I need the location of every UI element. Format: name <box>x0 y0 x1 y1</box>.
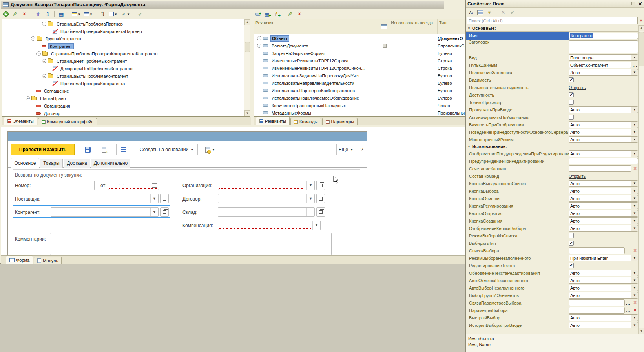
property-row[interactable]: КнопкаВыбораАвто▼ <box>466 187 638 195</box>
property-value-dropdown[interactable]: Авто▼ <box>569 277 638 284</box>
tree-item[interactable]: Организация <box>2 102 244 109</box>
filter-button[interactable]: ▼ <box>486 9 493 16</box>
property-value-dropdown[interactable]: Авто▼ <box>569 129 638 135</box>
property-row[interactable]: КнопкаСозданияАвто▼ <box>466 217 638 224</box>
property-row[interactable]: Доступность✔ <box>466 91 638 98</box>
scroll-down-icon[interactable]: ▼ <box>639 328 644 334</box>
column-header-attribute[interactable]: Реквизит <box>254 19 379 34</box>
property-row[interactable]: КнопкаОчисткиАвто▼ <box>466 195 638 202</box>
clear-value-icon[interactable]: ✕ <box>632 299 638 306</box>
collapse-icon[interactable]: − <box>31 36 35 41</box>
property-row[interactable]: ТолькоПросмотр <box>466 98 638 106</box>
tree-item[interactable]: −СтраницаЕстьПроблемаПартнер <box>2 20 244 27</box>
property-row[interactable]: Видимость✔ <box>466 76 638 84</box>
dropdown-button[interactable]: ▼ <box>306 194 314 203</box>
property-row[interactable]: ПараметрыВыбора...✕ <box>466 306 638 314</box>
clear-button[interactable]: ✕ <box>500 9 507 16</box>
property-row[interactable]: БыстрыйВыборАвто▼ <box>466 314 638 321</box>
tab-module[interactable]: Модуль <box>34 257 62 264</box>
data-path-button[interactable]: ▦ <box>58 11 65 18</box>
contract-open-button[interactable] <box>316 194 325 203</box>
property-row[interactable]: СочетаниеКлавиш✕ <box>466 165 638 172</box>
property-row[interactable]: МногострочныйРежимАвто▼ <box>466 136 638 143</box>
sort-alphabetical-button[interactable]: A↓ <box>467 9 474 16</box>
property-row[interactable]: Состав командОткрыть <box>466 172 638 180</box>
collapse-icon[interactable]: − <box>42 22 46 26</box>
counterparty-input[interactable]: ▼ <box>51 207 159 217</box>
form-tab-доставка[interactable]: Доставка <box>64 159 90 168</box>
structure-button[interactable] <box>116 144 131 155</box>
ellipsis-button[interactable]: ... <box>625 307 631 314</box>
attribute-row[interactable]: КоличествоТранспортныхНакладныхЧисло <box>254 102 465 109</box>
property-value-dropdown[interactable]: Поле ввода▼ <box>569 54 638 61</box>
contract-input[interactable]: ▼ <box>218 194 315 203</box>
property-value-dropdown[interactable]: Авто▼ <box>569 217 638 224</box>
property-value-dropdown[interactable]: Авто▼ <box>569 322 638 328</box>
properties-titlebar[interactable]: Свойства: Поле ✕ <box>466 0 644 8</box>
add-tabular-section-button[interactable]: ▦ <box>263 11 270 18</box>
organization-input[interactable]: ▼ <box>218 181 315 190</box>
dropdown-button[interactable]: ▼ <box>312 221 320 230</box>
property-checkbox[interactable]: ✔ <box>569 77 574 82</box>
tree-item[interactable]: ДекорацияНетПроблемыКонтрагент <box>2 65 244 72</box>
dropdown-button[interactable]: ▼ <box>150 194 158 203</box>
clear-value-icon[interactable]: ✕ <box>632 307 638 314</box>
property-row[interactable]: ИмяКонтрагент <box>466 32 638 40</box>
organization-open-button[interactable] <box>316 181 325 190</box>
tree-item[interactable]: ПроблемаПроверкаКонтрагента <box>2 80 244 87</box>
calendar-button[interactable] <box>150 181 159 190</box>
property-value-dropdown[interactable]: Авто▼ <box>569 292 638 299</box>
clear-value-icon[interactable]: ✕ <box>632 165 638 172</box>
tab-commands[interactable]: Команды <box>290 118 321 125</box>
property-row[interactable]: ВидПоле ввода▼ <box>466 54 638 61</box>
form-tab-основное[interactable]: Основное <box>11 158 39 168</box>
property-row[interactable]: ПутьКДаннымОбъект.Контрагент... <box>466 61 638 69</box>
property-row[interactable]: Заголовок <box>466 40 638 54</box>
property-value-dropdown[interactable]: Авто▼ <box>569 106 638 113</box>
property-row[interactable]: СвязиПараметровВыбора...✕ <box>466 299 638 306</box>
apply-button[interactable]: ✔ <box>509 9 516 16</box>
scroll-up-icon[interactable]: ▲ <box>639 25 644 31</box>
window-titlebar[interactable]: Документ ВозвратТоваровПоставщику: Форма… <box>1 1 444 9</box>
property-checkbox[interactable]: ✔ <box>569 241 574 246</box>
tree-item[interactable]: −СтраницаНетПроблемыКонтрагент <box>2 57 244 65</box>
create-based-on-button[interactable]: Создать на основании▼ <box>135 144 198 155</box>
check-form-button[interactable]: ✔ <box>137 11 144 18</box>
tab-parameters[interactable]: Параметры <box>322 118 358 125</box>
tree-item[interactable]: −ГруппаКонтрагент <box>2 35 244 42</box>
property-checkbox[interactable] <box>569 115 574 120</box>
tree-item[interactable]: ПроблемаПроверкаКонтрагентаПартнер <box>2 27 244 35</box>
property-value-dropdown[interactable]: Авто▼ <box>569 136 638 143</box>
section-header[interactable]: ▼Основные: <box>466 25 638 32</box>
property-value-dropdown[interactable]: Авто▼ <box>569 121 638 128</box>
delete-button[interactable]: ✕ <box>296 11 303 18</box>
ellipsis-button[interactable]: ... <box>625 299 631 306</box>
ellipsis-button[interactable]: ... <box>625 247 631 254</box>
grouping-button[interactable]: ▼ <box>83 12 93 17</box>
property-value-dropdown[interactable]: Авто▼ <box>569 180 638 187</box>
compensation-input[interactable]: ▼ <box>218 221 321 230</box>
property-value-dropdown[interactable]: Авто▼ <box>569 202 638 209</box>
property-row[interactable]: КнопкаОткрытияАвто▼ <box>466 210 638 217</box>
attribute-row[interactable]: МетаданныеФормыПроизвольны <box>254 109 465 116</box>
date-input[interactable]: . . : : <box>108 181 159 190</box>
properties-scrollbar-thumb[interactable] <box>639 32 644 66</box>
tree-item[interactable]: Соглашение <box>2 87 244 95</box>
comment-textarea[interactable] <box>50 233 332 255</box>
property-value-dropdown[interactable]: Авто▼ <box>569 150 638 157</box>
property-row[interactable]: РежимВыбораНезаполненногоПри нажатии Ent… <box>466 254 638 262</box>
property-row[interactable]: КнопкаВыпадающегоСпискаАвто▼ <box>466 180 638 187</box>
warehouse-input[interactable]: … <box>218 207 315 217</box>
property-value-dropdown[interactable]: Авто▼ <box>569 270 638 276</box>
form-view-button[interactable]: ▼ <box>71 12 81 17</box>
scroll-down-icon[interactable]: ▼ <box>244 110 250 116</box>
property-row[interactable]: ПредупреждениеПриРедактировании <box>466 157 638 165</box>
move-down-button[interactable]: ⇩ <box>44 11 51 18</box>
scroll-up-icon[interactable]: ▲ <box>244 19 250 25</box>
more-button[interactable]: Еще▼ <box>336 144 355 155</box>
dropdown-button[interactable]: ▼ <box>150 208 158 216</box>
add-command-button[interactable]: ↱ <box>273 11 280 18</box>
collapse-icon[interactable]: − <box>42 74 46 78</box>
property-row[interactable]: ПоведениеПриНедоступностиОсновногоСервер… <box>466 128 638 136</box>
property-value-input[interactable] <box>569 299 625 306</box>
